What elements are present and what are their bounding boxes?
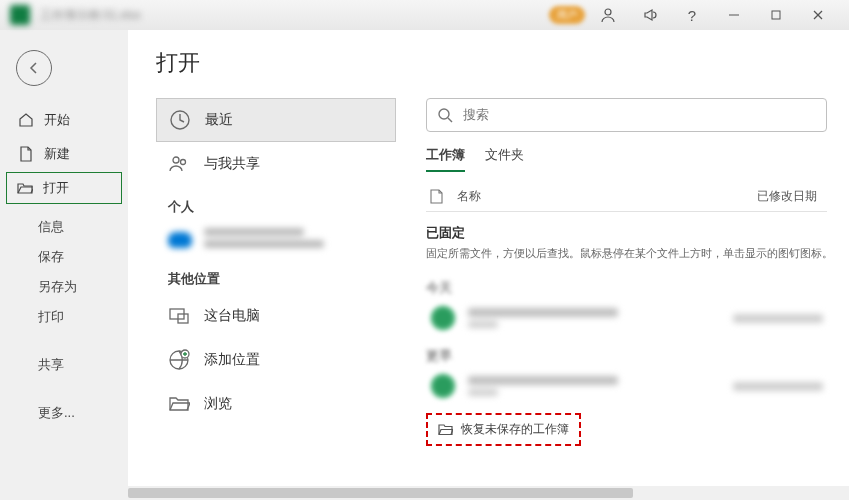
sidebar-item-save[interactable]: 保存 <box>0 242 128 272</box>
sidebar-item-new[interactable]: 新建 <box>0 138 128 170</box>
file-panel: 搜索 工作簿 文件夹 名称 已修改日期 已固定 固定所需文件，方便以后查找。鼠标… <box>426 98 845 500</box>
search-icon <box>437 107 453 123</box>
file-row[interactable] <box>426 365 845 407</box>
announce-icon[interactable] <box>631 1 669 29</box>
excel-file-icon <box>430 305 456 331</box>
folder-open-icon <box>438 423 453 436</box>
sidebar-item-home[interactable]: 开始 <box>0 104 128 136</box>
group-earlier: 更早 <box>426 347 845 365</box>
source-label: 最近 <box>205 111 233 129</box>
column-modified[interactable]: 已修改日期 <box>757 188 817 205</box>
source-heading-personal: 个人 <box>168 198 396 216</box>
recover-label: 恢复未保存的工作簿 <box>461 421 569 438</box>
file-name <box>468 376 721 396</box>
file-name <box>468 308 721 328</box>
source-recent[interactable]: 最近 <box>156 98 396 142</box>
source-label: 添加位置 <box>204 351 260 369</box>
svg-point-12 <box>439 109 449 119</box>
shared-icon <box>168 153 190 175</box>
home-icon <box>18 112 34 128</box>
source-label: 这台电脑 <box>204 307 260 325</box>
horizontal-scrollbar[interactable] <box>128 486 849 500</box>
file-date <box>733 314 823 323</box>
help-icon[interactable]: ? <box>673 1 711 29</box>
user-badge[interactable]: 用户 <box>549 6 585 24</box>
sidebar-label: 新建 <box>44 145 70 163</box>
pinned-section-title: 已固定 <box>426 224 845 242</box>
open-folder-icon <box>17 180 33 196</box>
pc-icon <box>168 305 190 327</box>
sidebar-label: 开始 <box>44 111 70 129</box>
scrollbar-thumb[interactable] <box>128 488 633 498</box>
file-icon <box>430 189 443 204</box>
content-area: 打开 最近 与我共享 个人 其他位置 这台电脑 <box>128 30 849 500</box>
sidebar-item-open[interactable]: 打开 <box>6 172 122 204</box>
onedrive-icon <box>168 232 192 248</box>
source-browse[interactable]: 浏览 <box>156 382 396 426</box>
sidebar-item-more[interactable]: 更多... <box>0 398 128 428</box>
file-row[interactable] <box>426 297 845 339</box>
source-heading-other: 其他位置 <box>168 270 396 288</box>
search-input[interactable]: 搜索 <box>426 98 827 132</box>
back-button[interactable] <box>16 50 52 86</box>
svg-point-6 <box>173 157 179 163</box>
source-label: 浏览 <box>204 395 232 413</box>
title-bar: 工作簿示例 01.xlsx 用户 ? <box>0 0 849 30</box>
svg-point-0 <box>605 9 611 15</box>
sidebar-label: 打开 <box>43 179 69 197</box>
svg-point-7 <box>181 160 186 165</box>
group-today: 今天 <box>426 279 845 297</box>
app-icon <box>10 5 30 25</box>
search-placeholder: 搜索 <box>463 106 489 124</box>
tab-folders[interactable]: 文件夹 <box>485 146 524 172</box>
column-headers: 名称 已修改日期 <box>426 180 827 212</box>
svg-rect-2 <box>772 11 780 19</box>
tab-workbooks[interactable]: 工作簿 <box>426 146 465 172</box>
source-this-pc[interactable]: 这台电脑 <box>156 294 396 338</box>
source-onedrive[interactable] <box>156 222 396 258</box>
add-place-icon <box>168 349 190 371</box>
file-date <box>733 382 823 391</box>
browse-folder-icon <box>168 393 190 415</box>
source-shared[interactable]: 与我共享 <box>156 142 396 186</box>
source-list: 最近 与我共享 个人 其他位置 这台电脑 添加位置 <box>156 98 396 500</box>
clock-icon <box>169 109 191 131</box>
sidebar-item-share[interactable]: 共享 <box>0 350 128 380</box>
source-add-place[interactable]: 添加位置 <box>156 338 396 382</box>
minimize-button[interactable] <box>715 1 753 29</box>
document-title: 工作簿示例 01.xlsx <box>40 7 141 24</box>
filter-tabs: 工作簿 文件夹 <box>426 146 845 172</box>
new-icon <box>18 146 34 162</box>
excel-file-icon <box>430 373 456 399</box>
source-label: 与我共享 <box>204 155 260 173</box>
page-title: 打开 <box>156 48 845 78</box>
backstage-sidebar: 开始 新建 打开 信息 保存 另存为 打印 共享 更多... <box>0 30 128 500</box>
column-name[interactable]: 名称 <box>457 188 747 205</box>
sidebar-item-info[interactable]: 信息 <box>0 212 128 242</box>
pinned-section-desc: 固定所需文件，方便以后查找。鼠标悬停在某个文件上方时，单击显示的图钉图标。 <box>426 246 845 261</box>
account-icon[interactable] <box>589 1 627 29</box>
maximize-button[interactable] <box>757 1 795 29</box>
sidebar-item-save-as[interactable]: 另存为 <box>0 272 128 302</box>
close-button[interactable] <box>799 1 837 29</box>
sidebar-item-print[interactable]: 打印 <box>0 302 128 332</box>
recover-unsaved-button[interactable]: 恢复未保存的工作簿 <box>426 413 581 446</box>
